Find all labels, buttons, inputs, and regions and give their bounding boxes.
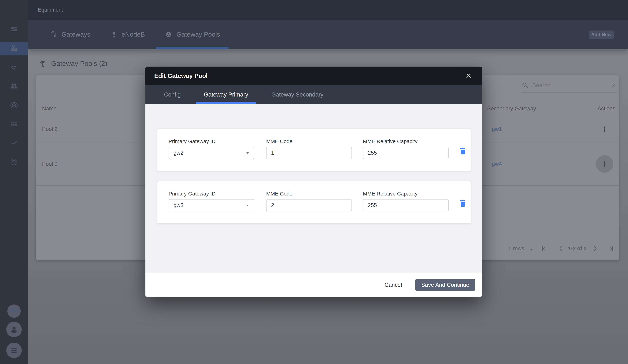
first-page-icon[interactable]	[540, 245, 548, 252]
gateway-entry-card: Primary Gateway ID gw2 MME Code MME Rela…	[157, 129, 471, 171]
edit-gateway-pool-dialog: Edit Gateway Pool Config Gateway Primary…	[146, 67, 482, 297]
tab-config[interactable]: Config	[156, 85, 189, 104]
tab-enodeb-label: eNodeB	[122, 31, 145, 38]
router-icon	[10, 44, 18, 53]
mme-relative-capacity-input[interactable]	[363, 147, 448, 159]
column-header-secondary-gateway: Secondary Gateway	[487, 105, 536, 112]
account-button[interactable]	[6, 322, 22, 337]
primary-gateway-id-label: Primary Gateway ID	[168, 191, 216, 197]
mme-code-label: MME Code	[266, 138, 293, 144]
page-title: Gateway Pools (2)	[51, 60, 107, 68]
delete-gateway-button[interactable]	[457, 146, 468, 157]
secondary-gateway-link[interactable]: gw1	[492, 126, 502, 132]
mme-code-input[interactable]	[266, 200, 351, 211]
apps-button[interactable]	[6, 343, 22, 358]
pool-name-cell: Pool 0	[42, 161, 58, 167]
trash-icon	[458, 147, 467, 156]
page-heading: Gateway Pools (2)	[38, 59, 107, 68]
delete-gateway-button[interactable]	[457, 198, 468, 209]
tab-enodeb[interactable]: eNodeB	[110, 30, 145, 39]
last-page-icon[interactable]	[608, 245, 615, 252]
sidebar-item-alarms[interactable]	[0, 154, 28, 171]
broadcast-icon	[38, 59, 47, 68]
kebab-icon	[601, 160, 608, 168]
sidebar-item-logs[interactable]	[0, 116, 28, 133]
tab-gateway-secondary[interactable]: Gateway Secondary	[263, 85, 331, 104]
sidebar-item-dashboard[interactable]	[0, 21, 28, 38]
rows-per-page-value[interactable]: 5 rows	[509, 245, 524, 251]
search-input[interactable]: Search	[532, 82, 607, 89]
pool-name-cell: Pool 2	[42, 126, 58, 132]
sidebar-item-signal[interactable]	[0, 59, 28, 76]
column-header-actions: Actions	[598, 105, 615, 112]
mme-code-label: MME Code	[266, 191, 293, 197]
mme-code-field[interactable]	[266, 199, 352, 212]
close-icon	[465, 72, 472, 79]
api-code-icon	[10, 307, 18, 315]
alarm-icon	[10, 158, 18, 166]
mme-relative-capacity-input[interactable]	[363, 200, 448, 211]
dashboard-icon	[10, 26, 18, 34]
wifi-tethering-icon	[10, 101, 18, 109]
tab-gateways[interactable]: Gateways	[50, 30, 90, 39]
sidebar-item-metrics[interactable]	[0, 135, 28, 151]
mme-code-input[interactable]	[266, 147, 351, 159]
signal-gauge-icon	[10, 63, 18, 71]
next-page-icon[interactable]	[592, 245, 599, 252]
account-icon	[9, 324, 19, 335]
dialog-header: Edit Gateway Pool	[146, 67, 482, 85]
tower-icon	[110, 30, 118, 39]
column-header-name: Name	[42, 105, 57, 112]
mme-relative-capacity-label: MME Relative Capacity	[363, 191, 418, 197]
subscribers-icon	[10, 82, 18, 90]
secondary-gateway-link[interactable]: gw4	[492, 161, 502, 167]
api-button[interactable]	[7, 304, 21, 318]
close-dialog-button[interactable]	[464, 71, 473, 81]
primary-gateway-id-select[interactable]: gw3	[168, 199, 254, 212]
primary-gateway-id-value: gw3	[173, 202, 183, 209]
sidebar-item-tethering[interactable]	[0, 97, 28, 114]
app-window: Equipment Gateways eNodeB Gateway Pools	[0, 0, 628, 364]
antenna-icon	[50, 30, 58, 39]
save-and-continue-button[interactable]: Save And Continue	[415, 279, 475, 291]
dialog-title: Edit Gateway Pool	[154, 72, 208, 79]
gateway-entry-card: Primary Gateway ID gw3 MME Code MME Rela…	[157, 181, 471, 224]
table-search[interactable]: Search	[521, 78, 617, 92]
sidebar-item-subscribers[interactable]	[0, 77, 28, 94]
mme-code-field[interactable]	[266, 147, 352, 159]
mme-relative-capacity-field[interactable]	[363, 147, 449, 159]
add-new-button[interactable]: Add New	[589, 30, 614, 39]
tab-gateway-primary[interactable]: Gateway Primary	[196, 85, 256, 104]
cancel-button[interactable]: Cancel	[381, 279, 405, 291]
apps-grid-icon	[10, 346, 18, 355]
row-actions-menu-button[interactable]	[599, 124, 610, 134]
top-app-bar: Equipment	[28, 0, 628, 20]
mme-relative-capacity-field[interactable]	[363, 199, 449, 212]
primary-gateway-id-select[interactable]: gw2	[168, 147, 254, 159]
left-nav-rail	[0, 0, 28, 364]
dialog-body: Primary Gateway ID gw2 MME Code MME Rela…	[146, 104, 482, 273]
tab-gateways-label: Gateways	[62, 31, 90, 38]
sidebar-item-equipment[interactable]	[0, 42, 28, 55]
section-tabs: Gateways eNodeB Gateway Pools	[50, 20, 220, 49]
primary-gateway-id-value: gw2	[173, 150, 183, 156]
mme-relative-capacity-label: MME Relative Capacity	[363, 138, 418, 144]
search-icon	[521, 81, 529, 89]
tab-gateway-pools-label: Gateway Pools	[176, 31, 220, 38]
primary-gateway-id-label: Primary Gateway ID	[168, 138, 216, 144]
page-range-label: 1-2 of 2	[568, 245, 586, 251]
chevron-down-icon	[245, 150, 250, 155]
section-tabs-bar: Gateways eNodeB Gateway Pools Add New	[28, 20, 628, 49]
tab-gateway-pools[interactable]: Gateway Pools	[164, 30, 220, 39]
rows-per-page-caret-icon[interactable]	[529, 247, 534, 252]
log-rows-icon	[10, 120, 18, 128]
kebab-icon	[601, 125, 608, 133]
chevron-down-icon	[245, 203, 250, 208]
previous-page-icon[interactable]	[557, 245, 564, 252]
trash-icon	[458, 199, 467, 208]
row-actions-menu-button[interactable]	[596, 155, 613, 173]
dialog-tabs: Config Gateway Primary Gateway Secondary	[146, 85, 482, 104]
dialog-footer: Cancel Save And Continue	[146, 273, 482, 297]
clear-search-icon[interactable]	[611, 82, 617, 88]
pools-icon	[164, 30, 173, 39]
